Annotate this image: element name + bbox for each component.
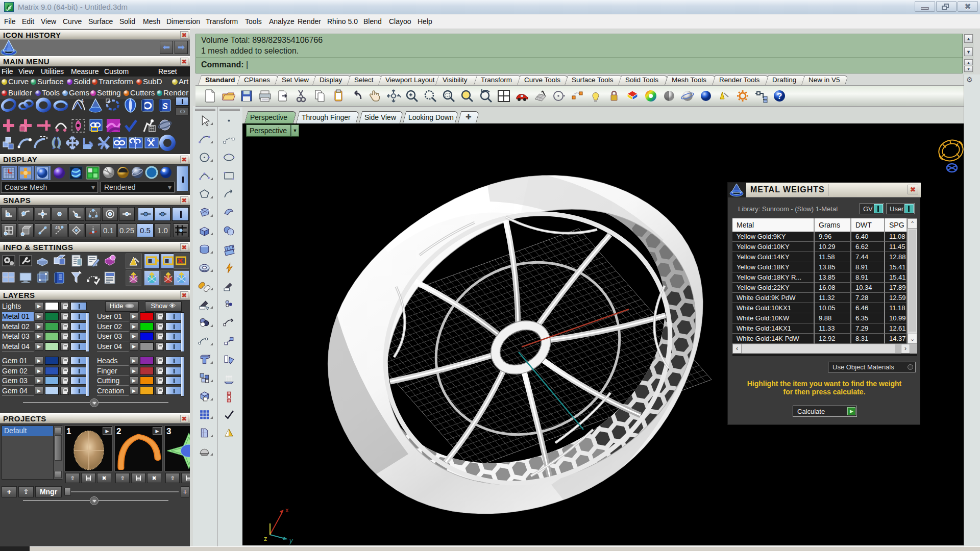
svg-text:4: 4 bbox=[81, 98, 84, 104]
svg-text:x: x bbox=[285, 506, 289, 514]
svg-text:S: S bbox=[162, 102, 168, 111]
svg-text:y: y bbox=[289, 537, 293, 544]
svg-text:45: 45 bbox=[55, 225, 60, 230]
svg-text:z: z bbox=[264, 535, 267, 542]
svg-text:?: ? bbox=[777, 91, 782, 101]
